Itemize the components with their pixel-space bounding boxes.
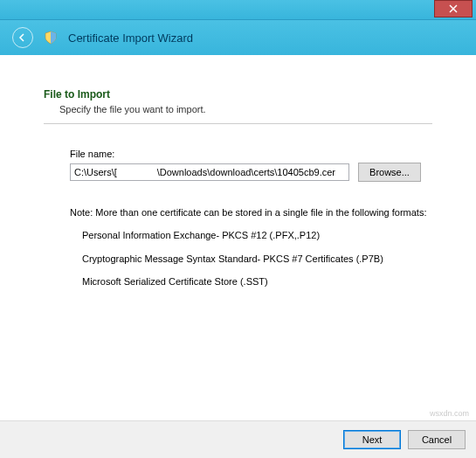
close-button[interactable] <box>434 0 473 17</box>
divider <box>44 123 432 124</box>
browse-button[interactable]: Browse... <box>358 163 421 182</box>
format-sst: Microsoft Serialized Certificate Store (… <box>82 275 432 288</box>
back-button[interactable] <box>12 27 33 48</box>
file-name-input[interactable] <box>70 163 349 181</box>
file-name-label: File name: <box>70 149 432 159</box>
note-text: Note: More than one certificate can be s… <box>70 206 432 219</box>
section-subtitle: Specify the file you want to import. <box>59 104 432 114</box>
next-button[interactable]: Next <box>343 430 401 449</box>
shield-icon <box>44 31 58 45</box>
watermark: wsxdn.com <box>430 409 469 418</box>
wizard-content: File to Import Specify the file you want… <box>0 55 476 420</box>
section-title: File to Import <box>44 88 432 101</box>
wizard-footer: Next Cancel <box>0 420 476 458</box>
close-icon <box>449 4 458 13</box>
cancel-button[interactable]: Cancel <box>408 430 466 449</box>
wizard-header: Certificate Import Wizard <box>0 20 476 55</box>
file-row: Browse... <box>70 163 432 182</box>
format-p7b: Cryptographic Message Syntax Standard- P… <box>82 253 432 265</box>
wizard-title: Certificate Import Wizard <box>68 31 193 45</box>
titlebar <box>0 0 476 20</box>
arrow-left-icon <box>17 32 28 43</box>
format-pfx: Personal Information Exchange- PKCS #12 … <box>82 229 432 241</box>
